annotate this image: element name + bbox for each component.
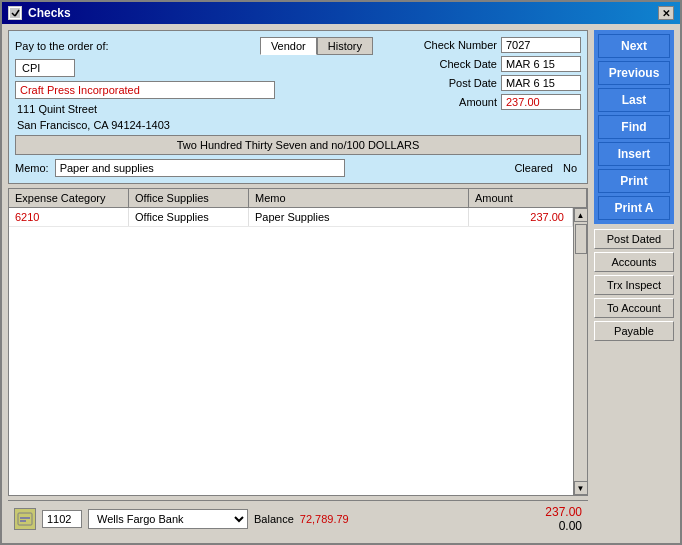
find-button[interactable]: Find [598,115,670,139]
content-area: Pay to the order of: Vendor History CPI … [2,24,680,543]
cell-expense-category: 6210 [9,208,129,226]
window-title: Checks [28,6,71,20]
bottom-totals: 237.00 0.00 [545,505,582,533]
sidebar: Next Previous Last Find Insert Print Pri… [594,30,674,537]
memo-label: Memo: [15,162,49,174]
previous-button[interactable]: Previous [598,61,670,85]
memo-input[interactable] [55,159,345,177]
check-number-input[interactable] [501,37,581,53]
scroll-down-arrow[interactable]: ▼ [574,481,588,495]
cleared-value: No [563,162,577,174]
bottom-zero: 0.00 [559,519,582,533]
table-scrollbar[interactable]: ▲ ▼ [573,208,587,495]
table-body: 6210 Office Supplies Paper Supplies 237.… [9,208,573,495]
main-area: Pay to the order of: Vendor History CPI … [8,30,588,537]
post-dated-button[interactable]: Post Dated [594,229,674,249]
balance-value: 72,789.79 [300,513,349,525]
sidebar-top: Next Previous Last Find Insert Print Pri… [594,30,674,224]
table-header: Expense Category Office Supplies Memo Am… [9,189,587,208]
check-date-input[interactable] [501,56,581,72]
address-line1: 111 Quint Street [15,103,373,115]
expense-table: Expense Category Office Supplies Memo Am… [8,188,588,496]
vendor-history-tabs: Vendor History [260,37,373,55]
cell-office: Office Supplies [129,208,249,226]
memo-row: Memo: Cleared No [15,159,581,177]
accounts-button[interactable]: Accounts [594,252,674,272]
svg-rect-5 [20,520,26,522]
account-select[interactable]: Wells Fargo Bank [88,509,248,529]
title-bar: Checks ✕ [2,2,680,24]
pay-to-label: Pay to the order of: [15,40,109,52]
window-icon [8,6,22,20]
scroll-thumb[interactable] [575,224,587,254]
bottom-amount: 237.00 [545,505,582,519]
col-memo: Memo [249,189,469,207]
amount-input[interactable] [501,94,581,110]
cpi-field[interactable]: CPI [15,59,75,77]
col-expense-category: Expense Category [9,189,129,207]
next-button[interactable]: Next [598,34,670,58]
history-tab[interactable]: History [317,37,373,55]
main-window: Checks ✕ Pay to the order of: Vendor His… [0,0,682,545]
vendor-name-field[interactable] [15,81,275,99]
svg-rect-0 [10,8,20,18]
insert-button[interactable]: Insert [598,142,670,166]
cleared-label: Cleared [514,162,553,174]
post-date-input[interactable] [501,75,581,91]
balance-label: Balance [254,513,294,525]
cell-amount: 237.00 [469,208,573,226]
check-number-fields: Check Number Check Date Post Date A [381,37,581,110]
dollars-text: Two Hundred Thirty Seven and no/100 DOLL… [15,135,581,155]
print-button[interactable]: Print [598,169,670,193]
close-button[interactable]: ✕ [658,6,674,20]
sidebar-bottom: Post Dated Accounts Trx Inspect To Accou… [594,227,674,343]
pay-to-row: Pay to the order of: Vendor History [15,37,373,55]
svg-rect-4 [20,517,30,519]
bottom-bar: Wells Fargo Bank Balance 72,789.79 237.0… [8,500,588,537]
check-number-label: Check Number [424,39,497,51]
to-account-button[interactable]: To Account [594,298,674,318]
post-date-label: Post Date [449,77,497,89]
account-icon [14,508,36,530]
check-date-label: Check Date [440,58,497,70]
account-number-field[interactable] [42,510,82,528]
payable-button[interactable]: Payable [594,321,674,341]
col-amount: Amount [469,189,587,207]
trx-inspect-button[interactable]: Trx Inspect [594,275,674,295]
last-button[interactable]: Last [598,88,670,112]
amount-label: Amount [459,96,497,108]
print-a-button[interactable]: Print A [598,196,670,220]
scroll-up-arrow[interactable]: ▲ [574,208,588,222]
cell-memo: Paper Supplies [249,208,469,226]
vendor-tab[interactable]: Vendor [260,37,317,55]
col-office: Office Supplies [129,189,249,207]
check-form: Pay to the order of: Vendor History CPI … [8,30,588,184]
table-row[interactable]: 6210 Office Supplies Paper Supplies 237.… [9,208,573,227]
address-line2: San Francisco, CA 94124-1403 [15,119,373,131]
